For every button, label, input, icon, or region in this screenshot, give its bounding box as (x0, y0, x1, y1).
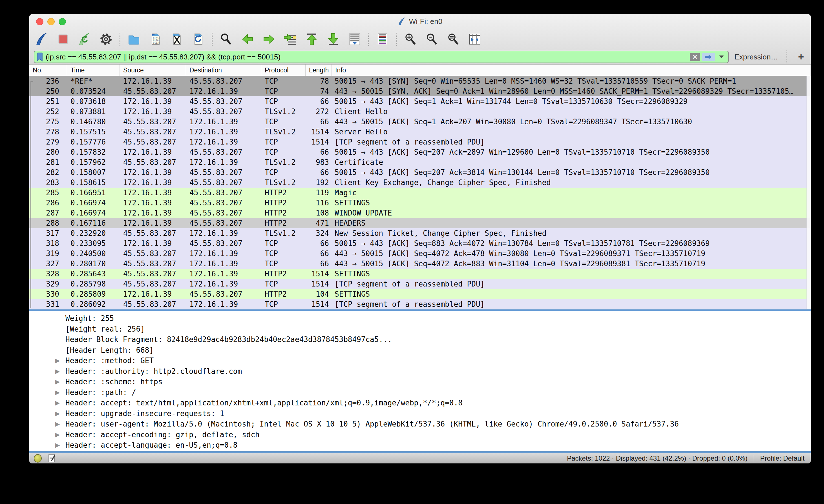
detail-line[interactable]: ▶Header: upgrade-insecure-requests: 1 (29, 408, 811, 419)
open-file-button[interactable] (127, 32, 141, 46)
cell-no: 285 (29, 187, 67, 198)
detail-line[interactable]: ▶Header: user-agent: Mozilla/5.0 (Macint… (29, 419, 811, 429)
detail-line[interactable]: Weight: 255 (29, 313, 811, 324)
packet-row-285[interactable]: 2850.166951172.16.1.3945.55.83.207HTTP21… (29, 187, 811, 198)
expander-triangle-icon[interactable]: ▶ (55, 429, 60, 440)
packet-row-328[interactable]: 3280.28564345.55.83.207172.16.1.39HTTP21… (29, 269, 811, 279)
resize-columns-button[interactable] (468, 32, 482, 46)
restart-capture-button[interactable] (78, 32, 91, 46)
cell-destination: 45.55.83.207 (186, 167, 261, 177)
clear-filter-button[interactable]: ✕ (690, 53, 700, 61)
go-to-packet-button[interactable] (284, 32, 297, 46)
bookmark-icon[interactable] (36, 52, 43, 62)
packet-row-288[interactable]: 2880.167116172.16.1.3945.55.83.207HTTP24… (29, 218, 811, 228)
detail-line[interactable]: ▶Header: accept-encoding: gzip, deflate,… (29, 429, 811, 440)
find-packet-button[interactable] (219, 32, 233, 46)
packet-row-319[interactable]: 3190.24050045.55.83.207172.16.1.39TCP664… (29, 248, 811, 259)
reload-file-button[interactable] (191, 32, 205, 46)
save-file-button[interactable]: 010100110101110 (148, 32, 162, 46)
column-header-time[interactable]: Time (67, 65, 120, 76)
zoom-out-button[interactable] (425, 32, 439, 46)
wireshark-window: Wi-Fi: en0 (29, 14, 811, 464)
expression-button[interactable]: Expression… (734, 53, 778, 61)
cell-length: 104 (306, 289, 332, 299)
packet-row-236[interactable]: 236*REF*172.16.1.3945.55.83.207TCP785001… (29, 76, 811, 86)
apply-filter-button[interactable] (702, 53, 715, 61)
column-header-protocol[interactable]: Protocol (261, 65, 306, 76)
folder-icon (127, 32, 141, 46)
profile-button[interactable]: Profile: Default (760, 455, 811, 462)
expander-triangle-icon[interactable]: ▶ (55, 377, 60, 387)
pane-splitter-bottom[interactable] (29, 451, 811, 453)
expander-triangle-icon[interactable]: ▶ (55, 419, 60, 429)
detail-line[interactable]: ▶Header: :authority: http2.cloudflare.co… (29, 366, 811, 377)
go-first-packet-button[interactable] (305, 32, 319, 46)
expert-info-button[interactable] (34, 454, 42, 463)
packet-row-252[interactable]: 2520.073881172.16.1.3945.55.83.207TLSv1.… (29, 107, 811, 117)
detail-line[interactable]: ▶Header: accept-language: en-US,en;q=0.8 (29, 440, 811, 451)
filter-history-caret[interactable] (719, 55, 724, 58)
detail-line[interactable]: [Weight real: 256] (29, 324, 811, 335)
packet-row-283[interactable]: 2830.158615172.16.1.3945.55.83.207TLSv1.… (29, 177, 811, 187)
zoom-normal-button[interactable] (446, 32, 460, 46)
packet-row-286[interactable]: 2860.166974172.16.1.3945.55.83.207HTTP21… (29, 198, 811, 208)
cell-info: 443 → 50015 [ACK] Seq=1 Ack=207 Win=3008… (332, 117, 811, 127)
cell-time: 0.157832 (67, 147, 120, 157)
packet-row-317[interactable]: 3170.23292045.55.83.207172.16.1.39TLSv1.… (29, 228, 811, 238)
column-header-no[interactable]: No. (29, 65, 67, 76)
packet-row-281[interactable]: 2810.15796245.55.83.207172.16.1.39TLSv1.… (29, 157, 811, 167)
go-back-button[interactable] (241, 32, 254, 46)
display-filter-input[interactable]: (ip.src == 45.55.83.207 || ip.dst == 45.… (34, 51, 729, 63)
detail-line[interactable]: ▶Header: :method: GET (29, 356, 811, 366)
column-header-info[interactable]: Info (332, 65, 811, 76)
start-capture-button[interactable] (35, 32, 48, 46)
column-header-destination[interactable]: Destination (186, 65, 261, 76)
pane-splitter-top[interactable] (29, 309, 811, 312)
cell-protocol: TCP (261, 259, 306, 269)
toolbar-separator (119, 33, 120, 46)
cell-no: 279 (29, 137, 67, 147)
expander-triangle-icon[interactable]: ▶ (55, 408, 60, 419)
add-filter-button[interactable]: + (796, 51, 806, 63)
go-last-packet-button[interactable] (326, 32, 340, 46)
expander-triangle-icon[interactable]: ▶ (55, 356, 60, 366)
expander-triangle-icon[interactable]: ▶ (55, 398, 60, 408)
packet-row-279[interactable]: 2790.15777645.55.83.207172.16.1.39TCP151… (29, 137, 811, 147)
packet-row-329[interactable]: 3290.28579845.55.83.207172.16.1.39TCP151… (29, 279, 811, 289)
packet-row-278[interactable]: 2780.15751545.55.83.207172.16.1.39TLSv1.… (29, 127, 811, 137)
capture-comment-button[interactable] (48, 454, 56, 463)
packet-row-287[interactable]: 2870.166974172.16.1.3945.55.83.207HTTP21… (29, 208, 811, 218)
go-forward-button[interactable] (262, 32, 276, 46)
expander-triangle-icon[interactable]: ▶ (55, 366, 60, 377)
stop-capture-button[interactable] (57, 32, 70, 46)
column-header-source[interactable]: Source (120, 65, 186, 76)
packet-row-250[interactable]: 2500.07352445.55.83.207172.16.1.39TCP744… (29, 86, 811, 96)
expander-triangle-icon[interactable]: ▶ (55, 387, 60, 398)
close-file-button[interactable] (170, 32, 184, 46)
detail-line[interactable]: [Header Length: 668] (29, 345, 811, 356)
colorize-button[interactable] (376, 32, 389, 46)
column-header-length[interactable]: Length (306, 65, 332, 76)
zoom-in-icon (404, 32, 417, 46)
cell-no: 251 (29, 96, 67, 107)
packet-row-331[interactable]: 3310.28609245.55.83.207172.16.1.39TCP151… (29, 299, 811, 309)
capture-options-button[interactable] (99, 32, 113, 46)
packet-row-282[interactable]: 2820.158007172.16.1.3945.55.83.207TCP665… (29, 167, 811, 177)
packet-list-scrollbar[interactable] (807, 76, 811, 309)
detail-line[interactable]: ▶Header: :scheme: https (29, 377, 811, 387)
expander-triangle-icon[interactable]: ▶ (55, 440, 60, 451)
auto-scroll-button[interactable] (348, 32, 362, 46)
zoom-in-button[interactable] (404, 32, 417, 46)
detail-line[interactable]: ▶Header: accept: text/html,application/x… (29, 398, 811, 408)
detail-line[interactable]: Header Block Fragment: 82418e9d29ac4b928… (29, 335, 811, 345)
packet-row-280[interactable]: 2800.157832172.16.1.3945.55.83.207TCP665… (29, 147, 811, 157)
packet-row-327[interactable]: 3270.28017045.55.83.207172.16.1.39TCP664… (29, 259, 811, 269)
packet-row-251[interactable]: 2510.073618172.16.1.3945.55.83.207TCP665… (29, 96, 811, 107)
packet-row-275[interactable]: 2750.14678045.55.83.207172.16.1.39TCP664… (29, 117, 811, 127)
titlebar[interactable]: Wi-Fi: en0 (29, 14, 811, 29)
filter-query-text[interactable]: (ip.src == 45.55.83.207 || ip.dst == 45.… (43, 53, 690, 61)
detail-line[interactable]: ▶Header: :path: / (29, 387, 811, 398)
cell-destination: 172.16.1.39 (186, 117, 261, 127)
packet-row-330[interactable]: 3300.285809172.16.1.3945.55.83.207HTTP21… (29, 289, 811, 299)
packet-row-318[interactable]: 3180.233095172.16.1.3945.55.83.207TCP665… (29, 238, 811, 248)
